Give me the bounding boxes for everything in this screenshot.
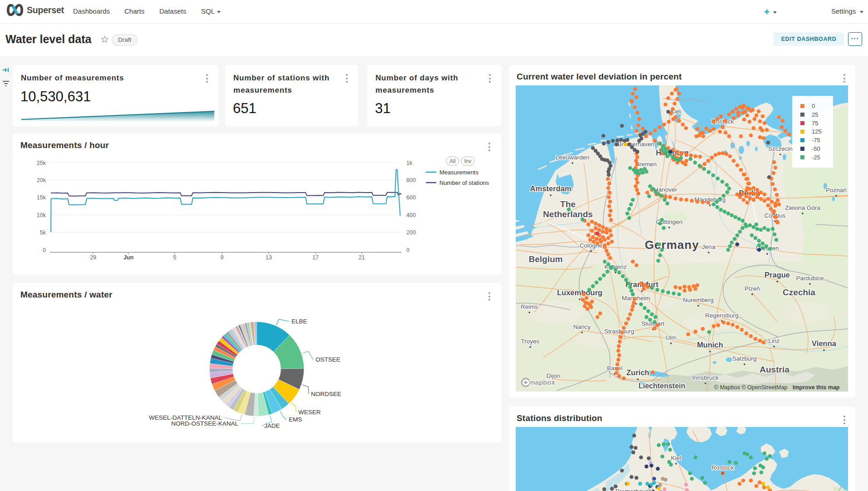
svg-text:-25: -25 <box>812 154 820 161</box>
svg-text:17: 17 <box>312 254 319 261</box>
svg-text:Szczecin: Szczecin <box>768 145 793 152</box>
svg-text:Plzeň: Plzeň <box>745 285 760 292</box>
svg-text:EMS: EMS <box>289 416 302 423</box>
svg-text:Luxembourg: Luxembourg <box>557 288 602 297</box>
svg-text:125: 125 <box>812 128 822 135</box>
svg-text:Reims: Reims <box>521 303 538 310</box>
svg-text:10k: 10k <box>37 212 46 218</box>
svg-text:15k: 15k <box>37 194 46 201</box>
svg-text:Vienna: Vienna <box>812 339 837 347</box>
svg-text:Jun: Jun <box>123 254 133 261</box>
svg-text:25: 25 <box>812 111 818 118</box>
svg-text:Czechia: Czechia <box>783 288 815 297</box>
svg-text:Pardubice: Pardubice <box>796 275 824 282</box>
svg-text:Nancy: Nancy <box>573 323 591 330</box>
svg-text:Austria: Austria <box>760 365 789 374</box>
svg-text:Salzburg: Salzburg <box>732 355 756 362</box>
svg-text:WESEL-DATTELN-KANAL: WESEL-DATTELN-KANAL <box>149 414 222 421</box>
svg-text:Amsterdam: Amsterdam <box>530 184 572 193</box>
svg-text:9: 9 <box>221 254 224 261</box>
svg-text:Measurements: Measurements <box>439 169 478 176</box>
svg-text:© Mapbox © OpenStreetMap: © Mapbox © OpenStreetMap <box>714 384 788 391</box>
svg-text:0: 0 <box>43 247 46 253</box>
svg-text:All: All <box>449 158 455 164</box>
svg-text:0: 0 <box>406 247 409 253</box>
svg-text:Regensburg: Regensburg <box>705 312 739 319</box>
svg-text:600: 600 <box>406 194 416 201</box>
svg-text:Ulm: Ulm <box>666 334 676 341</box>
svg-text:Germany: Germany <box>645 238 699 252</box>
svg-text:NORDSEE: NORDSEE <box>311 391 341 397</box>
svg-text:Improve this map: Improve this map <box>793 384 840 391</box>
svg-text:Troyes: Troyes <box>521 338 540 345</box>
svg-text:Strasbourg: Strasbourg <box>604 328 634 335</box>
svg-text:75: 75 <box>812 120 818 127</box>
svg-text:Leeuwarden: Leeuwarden <box>556 154 589 161</box>
svg-text:Innsbruck: Innsbruck <box>692 374 719 381</box>
svg-text:The: The <box>560 199 576 209</box>
svg-text:Zurich: Zurich <box>626 368 649 377</box>
svg-text:200: 200 <box>406 229 416 236</box>
svg-text:Belgium: Belgium <box>529 254 563 264</box>
svg-text:Linz: Linz <box>769 337 780 344</box>
svg-text:5k: 5k <box>40 229 46 236</box>
svg-text:-50: -50 <box>812 145 820 152</box>
svg-text:Nuremberg: Nuremberg <box>683 297 714 303</box>
svg-text:Bremerhaven: Bremerhaven <box>615 488 652 491</box>
svg-text:Jena: Jena <box>702 243 715 250</box>
svg-text:Basel: Basel <box>607 365 622 372</box>
svg-text:ELBE: ELBE <box>291 318 307 325</box>
svg-text:Poznań: Poznań <box>826 187 847 193</box>
svg-text:-75: -75 <box>812 137 820 144</box>
svg-text:5: 5 <box>173 254 177 261</box>
svg-text:NORD-OSTSEE-KANAL: NORD-OSTSEE-KANAL <box>171 420 238 427</box>
svg-text:WESER: WESER <box>298 409 321 416</box>
svg-text:Rostock: Rostock <box>712 464 734 471</box>
svg-text:1k: 1k <box>406 160 413 166</box>
svg-text:JADE: JADE <box>264 422 280 429</box>
svg-text:Prague: Prague <box>764 271 790 279</box>
svg-text:OSTSEE: OSTSEE <box>316 356 340 363</box>
svg-text:Zielona Góra: Zielona Góra <box>785 204 821 211</box>
svg-text:Munich: Munich <box>697 341 723 349</box>
svg-text:mapbox: mapbox <box>529 378 555 386</box>
svg-text:Liechtenstein: Liechtenstein <box>638 382 685 390</box>
svg-text:Inv: Inv <box>464 158 471 164</box>
svg-text:20k: 20k <box>37 177 46 184</box>
svg-text:Number of stations: Number of stations <box>439 179 489 186</box>
svg-text:0: 0 <box>812 103 815 109</box>
svg-text:400: 400 <box>406 212 416 218</box>
svg-text:800: 800 <box>406 177 416 184</box>
svg-text:Kiel: Kiel <box>671 455 681 461</box>
svg-text:13: 13 <box>266 254 272 261</box>
svg-text:21: 21 <box>359 254 365 261</box>
svg-text:25k: 25k <box>37 160 46 166</box>
svg-text:29: 29 <box>90 254 96 261</box>
